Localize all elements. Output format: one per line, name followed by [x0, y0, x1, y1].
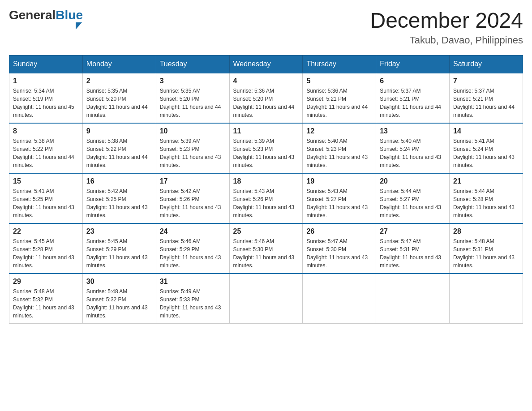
day-info: Sunrise: 5:37 AMSunset: 5:21 PMDaylight:…	[380, 87, 446, 119]
col-saturday: Saturday	[450, 55, 523, 73]
day-info: Sunrise: 5:34 AMSunset: 5:19 PMDaylight:…	[13, 87, 79, 119]
list-item: 27 Sunrise: 5:47 AMSunset: 5:31 PMDaylig…	[376, 223, 450, 274]
list-item: 5 Sunrise: 5:36 AMSunset: 5:21 PMDayligh…	[303, 73, 376, 123]
day-info: Sunrise: 5:40 AMSunset: 5:23 PMDaylight:…	[306, 137, 372, 169]
day-number: 15	[13, 177, 79, 185]
day-number: 18	[233, 177, 299, 185]
list-item: 13 Sunrise: 5:40 AMSunset: 5:24 PMDaylig…	[376, 123, 450, 173]
page-header: General Blue December 2024 Takub, Davao,…	[9, 9, 523, 46]
table-row: 22 Sunrise: 5:45 AMSunset: 5:28 PMDaylig…	[9, 223, 523, 274]
day-info: Sunrise: 5:46 AMSunset: 5:29 PMDaylight:…	[160, 237, 226, 270]
list-item: 6 Sunrise: 5:37 AMSunset: 5:21 PMDayligh…	[376, 73, 450, 123]
day-info: Sunrise: 5:39 AMSunset: 5:23 PMDaylight:…	[233, 137, 299, 169]
day-number: 13	[380, 127, 446, 135]
list-item: 3 Sunrise: 5:35 AMSunset: 5:20 PMDayligh…	[156, 73, 229, 123]
col-monday: Monday	[82, 55, 156, 73]
list-item: 26 Sunrise: 5:47 AMSunset: 5:30 PMDaylig…	[303, 223, 376, 274]
list-item: 23 Sunrise: 5:45 AMSunset: 5:29 PMDaylig…	[82, 223, 156, 274]
table-row: 1 Sunrise: 5:34 AMSunset: 5:19 PMDayligh…	[9, 73, 523, 123]
day-number: 22	[13, 227, 79, 235]
day-number: 9	[86, 127, 152, 135]
logo: General Blue	[9, 9, 83, 30]
day-number: 8	[13, 127, 79, 135]
calendar-header-row: Sunday Monday Tuesday Wednesday Thursday…	[9, 55, 523, 73]
logo-triangle-icon	[76, 22, 82, 30]
list-item: 12 Sunrise: 5:40 AMSunset: 5:23 PMDaylig…	[303, 123, 376, 173]
day-info: Sunrise: 5:47 AMSunset: 5:31 PMDaylight:…	[380, 237, 446, 270]
day-info: Sunrise: 5:48 AMSunset: 5:32 PMDaylight:…	[86, 287, 152, 320]
list-item: 28 Sunrise: 5:48 AMSunset: 5:31 PMDaylig…	[450, 223, 523, 274]
day-number: 7	[453, 77, 519, 85]
list-item: 4 Sunrise: 5:36 AMSunset: 5:20 PMDayligh…	[229, 73, 303, 123]
table-row: 8 Sunrise: 5:38 AMSunset: 5:22 PMDayligh…	[9, 123, 523, 173]
day-number: 20	[380, 177, 446, 185]
list-item	[450, 274, 523, 324]
day-number: 10	[160, 127, 226, 135]
list-item: 25 Sunrise: 5:46 AMSunset: 5:30 PMDaylig…	[229, 223, 303, 274]
list-item: 16 Sunrise: 5:42 AMSunset: 5:25 PMDaylig…	[82, 173, 156, 223]
list-item: 9 Sunrise: 5:38 AMSunset: 5:22 PMDayligh…	[82, 123, 156, 173]
day-number: 12	[306, 127, 372, 135]
table-row: 15 Sunrise: 5:41 AMSunset: 5:25 PMDaylig…	[9, 173, 523, 223]
day-info: Sunrise: 5:46 AMSunset: 5:30 PMDaylight:…	[233, 237, 299, 270]
day-number: 3	[160, 77, 226, 85]
day-number: 29	[13, 278, 79, 286]
day-info: Sunrise: 5:40 AMSunset: 5:24 PMDaylight:…	[380, 137, 446, 169]
day-info: Sunrise: 5:41 AMSunset: 5:25 PMDaylight:…	[13, 187, 79, 219]
logo-blue-text: Blue	[56, 9, 83, 21]
list-item: 29 Sunrise: 5:48 AMSunset: 5:32 PMDaylig…	[9, 274, 83, 324]
list-item: 18 Sunrise: 5:43 AMSunset: 5:26 PMDaylig…	[229, 173, 303, 223]
day-number: 2	[86, 77, 152, 85]
day-info: Sunrise: 5:36 AMSunset: 5:20 PMDaylight:…	[233, 87, 299, 119]
logo-general-text: General	[9, 9, 56, 21]
day-info: Sunrise: 5:48 AMSunset: 5:32 PMDaylight:…	[13, 287, 79, 320]
list-item: 19 Sunrise: 5:43 AMSunset: 5:27 PMDaylig…	[303, 173, 376, 223]
day-info: Sunrise: 5:42 AMSunset: 5:26 PMDaylight:…	[160, 187, 226, 219]
col-friday: Friday	[376, 55, 450, 73]
day-number: 1	[13, 77, 79, 85]
day-number: 28	[453, 227, 519, 235]
list-item: 15 Sunrise: 5:41 AMSunset: 5:25 PMDaylig…	[9, 173, 83, 223]
table-row: 29 Sunrise: 5:48 AMSunset: 5:32 PMDaylig…	[9, 274, 523, 324]
day-number: 11	[233, 127, 299, 135]
list-item: 2 Sunrise: 5:35 AMSunset: 5:20 PMDayligh…	[82, 73, 156, 123]
day-info: Sunrise: 5:35 AMSunset: 5:20 PMDaylight:…	[86, 87, 152, 119]
list-item: 30 Sunrise: 5:48 AMSunset: 5:32 PMDaylig…	[82, 274, 156, 324]
day-info: Sunrise: 5:36 AMSunset: 5:21 PMDaylight:…	[306, 87, 372, 119]
day-number: 16	[86, 177, 152, 185]
day-number: 30	[86, 278, 152, 286]
list-item	[229, 274, 303, 324]
day-number: 4	[233, 77, 299, 85]
month-year-title: December 2024	[370, 9, 523, 33]
list-item: 31 Sunrise: 5:49 AMSunset: 5:33 PMDaylig…	[156, 274, 229, 324]
day-info: Sunrise: 5:41 AMSunset: 5:24 PMDaylight:…	[453, 137, 519, 169]
list-item: 17 Sunrise: 5:42 AMSunset: 5:26 PMDaylig…	[156, 173, 229, 223]
day-info: Sunrise: 5:48 AMSunset: 5:31 PMDaylight:…	[453, 237, 519, 270]
list-item: 21 Sunrise: 5:44 AMSunset: 5:28 PMDaylig…	[450, 173, 523, 223]
day-number: 6	[380, 77, 446, 85]
list-item	[303, 274, 376, 324]
day-info: Sunrise: 5:35 AMSunset: 5:20 PMDaylight:…	[160, 87, 226, 119]
day-info: Sunrise: 5:37 AMSunset: 5:21 PMDaylight:…	[453, 87, 519, 119]
col-sunday: Sunday	[9, 55, 83, 73]
day-number: 31	[160, 278, 226, 286]
day-info: Sunrise: 5:38 AMSunset: 5:22 PMDaylight:…	[86, 137, 152, 169]
col-thursday: Thursday	[303, 55, 376, 73]
title-section: December 2024 Takub, Davao, Philippines	[370, 9, 523, 46]
day-number: 14	[453, 127, 519, 135]
day-number: 24	[160, 227, 226, 235]
col-wednesday: Wednesday	[229, 55, 303, 73]
day-number: 5	[306, 77, 372, 85]
list-item: 8 Sunrise: 5:38 AMSunset: 5:22 PMDayligh…	[9, 123, 83, 173]
list-item: 20 Sunrise: 5:44 AMSunset: 5:27 PMDaylig…	[376, 173, 450, 223]
day-info: Sunrise: 5:39 AMSunset: 5:23 PMDaylight:…	[160, 137, 226, 169]
list-item: 7 Sunrise: 5:37 AMSunset: 5:21 PMDayligh…	[450, 73, 523, 123]
day-number: 27	[380, 227, 446, 235]
day-number: 21	[453, 177, 519, 185]
day-number: 19	[306, 177, 372, 185]
day-info: Sunrise: 5:44 AMSunset: 5:28 PMDaylight:…	[453, 187, 519, 219]
list-item: 22 Sunrise: 5:45 AMSunset: 5:28 PMDaylig…	[9, 223, 83, 274]
list-item: 24 Sunrise: 5:46 AMSunset: 5:29 PMDaylig…	[156, 223, 229, 274]
location-subtitle: Takub, Davao, Philippines	[370, 34, 523, 46]
day-info: Sunrise: 5:42 AMSunset: 5:25 PMDaylight:…	[86, 187, 152, 219]
